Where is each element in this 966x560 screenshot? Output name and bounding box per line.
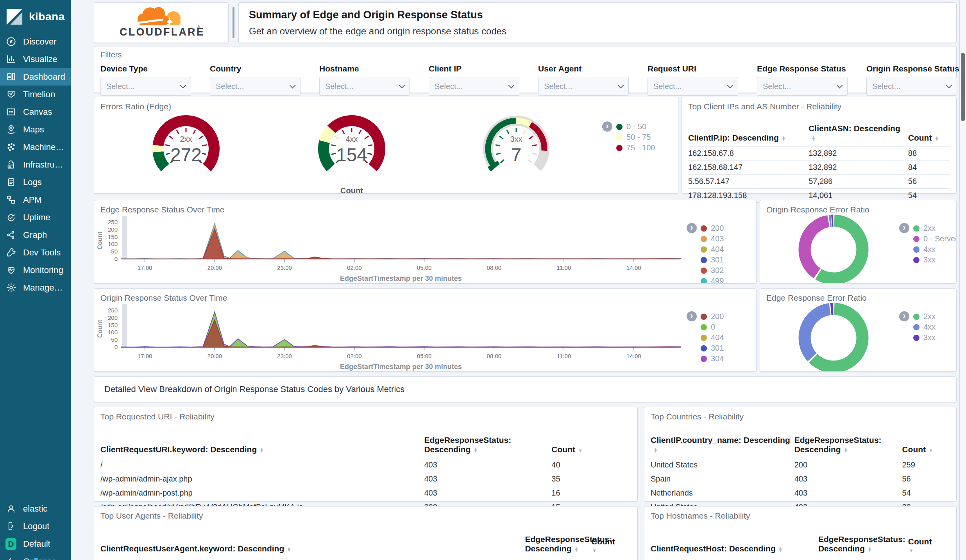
svg-text:250: 250 bbox=[108, 219, 118, 225]
column-header[interactable]: EdgeResponseStatus: Descending▲▼ bbox=[818, 533, 908, 557]
sidebar-item-timelion[interactable]: Timelion bbox=[0, 86, 71, 103]
legend-toggle-icon[interactable]: › bbox=[899, 311, 909, 321]
sidebar-item-elastic[interactable]: elastic bbox=[0, 500, 71, 517]
table-row[interactable]: 162.158.68.147132,89284 bbox=[688, 161, 950, 175]
legend-item[interactable]: 75 - 100 bbox=[616, 143, 655, 153]
legend-toggle-icon[interactable]: › bbox=[602, 121, 612, 132]
legend-item[interactable]: 3xx bbox=[913, 332, 936, 343]
sidebar-item-maps[interactable]: Maps bbox=[0, 121, 71, 138]
svg-text:08:00: 08:00 bbox=[487, 264, 502, 271]
column-header[interactable]: Count▲▼ bbox=[908, 122, 950, 146]
svg-text:150: 150 bbox=[108, 234, 118, 240]
panel-cloudflare-logo: CLOUDFLARE ® bbox=[94, 2, 229, 43]
table-row[interactable]: camilia.me200242 bbox=[651, 557, 950, 560]
sidebar-item-management[interactable]: Management bbox=[0, 279, 71, 296]
svg-text:17:00: 17:00 bbox=[138, 353, 152, 359]
select-placeholder: Select... bbox=[325, 82, 353, 91]
sidebar-item-dashboard[interactable]: Dashboard bbox=[0, 68, 71, 86]
panel-filters: Filters Device TypeSelect...CountrySelec… bbox=[94, 46, 957, 93]
column-header[interactable]: ClientASN: Descending▲▼ bbox=[809, 122, 908, 146]
sidebar-item-machine-learning[interactable]: Machine Le... bbox=[0, 138, 71, 156]
column-header[interactable]: EdgeResponseStatus: Descending▲▼ bbox=[794, 434, 902, 458]
legend-item[interactable]: 0 - 50 bbox=[616, 121, 655, 132]
table-row[interactable]: /wp-admin/admin-ajax.php40335 bbox=[100, 472, 631, 486]
filter-select-request-uri[interactable]: Select... bbox=[648, 77, 738, 96]
sort-icon: ▲▼ bbox=[844, 448, 848, 453]
filter-select-device-type[interactable]: Select... bbox=[100, 77, 191, 96]
legend-swatch bbox=[913, 335, 919, 341]
chevron-down-icon bbox=[618, 82, 624, 88]
legend-item[interactable]: 3xx bbox=[913, 255, 957, 265]
dashboard-title: Summary of Edge and Origin Response Stat… bbox=[249, 9, 946, 21]
sidebar-item-visualize[interactable]: Visualize bbox=[0, 50, 71, 68]
column-header[interactable]: ClientRequestUserAgent.keyword: Descendi… bbox=[100, 533, 525, 557]
column-header[interactable]: Count▼ bbox=[551, 434, 631, 458]
legend-toggle-icon[interactable]: › bbox=[899, 223, 909, 233]
filter-select-edge-response-status[interactable]: Select... bbox=[757, 77, 848, 96]
svg-text:17:00: 17:00 bbox=[138, 264, 152, 271]
page-scrollbar-thumb[interactable] bbox=[961, 53, 965, 121]
legend-item[interactable]: 4xx bbox=[913, 322, 936, 332]
svg-text:14:00: 14:00 bbox=[626, 264, 641, 271]
legend-swatch bbox=[616, 145, 623, 151]
column-header[interactable]: EdgeResponseStatus: Descending▲▼ bbox=[424, 434, 551, 458]
legend-item[interactable]: 2xx bbox=[913, 311, 936, 322]
sidebar-item-graph[interactable]: Graph bbox=[0, 226, 71, 244]
panel-title: Errors Ratio (Edge) bbox=[100, 102, 171, 111]
sidebar-item-discover[interactable]: Discover bbox=[0, 33, 71, 50]
filter-select-client-ip[interactable]: Select... bbox=[429, 77, 519, 96]
sidebar-item-canvas[interactable]: Canvas bbox=[0, 103, 71, 121]
column-header[interactable]: Count▼ bbox=[902, 434, 950, 458]
table-row[interactable]: 5.56.57.14757,28656 bbox=[688, 175, 950, 189]
svg-text:05:00: 05:00 bbox=[417, 353, 432, 359]
panel-dashboard-title: Summary of Edge and Origin Response Stat… bbox=[238, 2, 957, 43]
filter-select-hostname[interactable]: Select... bbox=[319, 77, 410, 96]
panel-errors-ratio-edge: Errors Ratio (Edge) Count ›0 - 5050 - 75… bbox=[94, 97, 678, 194]
sidebar-item-collapse[interactable]: Collapse bbox=[0, 553, 71, 560]
origin-ratio-legend: ›2xx0 - Served fr...4xx3xx bbox=[899, 223, 957, 265]
sidebar-item-monitoring[interactable]: Monitoring bbox=[0, 261, 71, 279]
table-row[interactable]: Mozilla/5.0 (compatible; CloudFlare-Alwa… bbox=[100, 557, 631, 560]
column-header[interactable]: EdgeResponseStatus: Descending▲▼ bbox=[525, 533, 591, 557]
column-header[interactable]: ClientIP.ip: Descending▲▼ bbox=[688, 122, 809, 146]
sidebar-item-logout[interactable]: Logout bbox=[0, 517, 71, 535]
column-header[interactable]: ClientRequestHost: Descending▲▼ bbox=[651, 533, 818, 557]
svg-text:50: 50 bbox=[111, 336, 118, 343]
select-placeholder: Select... bbox=[216, 82, 244, 91]
column-header[interactable]: Count▼ bbox=[591, 533, 631, 557]
table-row[interactable]: /wp-admin/admin-post.php40316 bbox=[100, 486, 631, 500]
panel-title: Top Countries - Reliability bbox=[651, 412, 744, 421]
legend-item[interactable]: 4xx bbox=[913, 244, 957, 255]
legend-item[interactable]: 0 - Served fr... bbox=[913, 234, 957, 244]
legend-item[interactable]: 50 - 75 bbox=[616, 132, 655, 143]
table-top-client-ips: ClientIP.ip: Descending▲▼ClientASN: Desc… bbox=[688, 122, 950, 203]
sidebar-item-default[interactable]: DDefault bbox=[0, 535, 71, 553]
table-row[interactable]: /40340 bbox=[100, 458, 631, 472]
dashboard-icon bbox=[5, 71, 16, 82]
svg-text:250: 250 bbox=[108, 307, 118, 314]
table-row[interactable]: 162.158.67.8132,89288 bbox=[688, 146, 950, 161]
chevron-down-icon bbox=[399, 82, 405, 88]
sidebar-item-logs[interactable]: Logs bbox=[0, 173, 71, 191]
panel-title: Top User Agents - Reliability bbox=[100, 511, 203, 521]
sidebar-item-dev-tools[interactable]: Dev Tools bbox=[0, 244, 71, 261]
kibana-home-link[interactable]: kibana bbox=[0, 0, 71, 33]
column-header[interactable]: Count▼ bbox=[908, 533, 950, 557]
filter-select-user-agent[interactable]: Select... bbox=[538, 77, 629, 96]
table-row[interactable]: United States200259 bbox=[651, 458, 950, 472]
column-header[interactable]: ClientRequestURI.keyword: Descending▲▼ bbox=[100, 434, 424, 458]
gauges-row: Errors Ratio (Edge) Count ›0 - 5050 - 75… bbox=[94, 97, 957, 194]
page-scrollbar[interactable] bbox=[959, 0, 966, 560]
column-header[interactable]: ClientIP.country_name: Descending▲▼ bbox=[651, 434, 794, 458]
table-row[interactable]: Spain40356 bbox=[651, 472, 950, 486]
sidebar-item-apm[interactable]: APM bbox=[0, 191, 71, 209]
table-row[interactable]: Netherlands40354 bbox=[651, 486, 950, 500]
filter-select-origin-response-status[interactable]: Select... bbox=[866, 77, 957, 96]
sidebar-item-infrastructure[interactable]: Infrastructure bbox=[0, 156, 71, 173]
filter-select-country[interactable]: Select... bbox=[210, 77, 301, 96]
filter-label: Country bbox=[210, 64, 301, 73]
legend-item[interactable]: 2xx bbox=[913, 223, 957, 234]
kibana-logo-text: kibana bbox=[29, 11, 65, 23]
panel-markdown-note: Detailed View Breakdown of Origin Respon… bbox=[94, 376, 957, 402]
sidebar-item-uptime[interactable]: Uptime bbox=[0, 209, 71, 226]
